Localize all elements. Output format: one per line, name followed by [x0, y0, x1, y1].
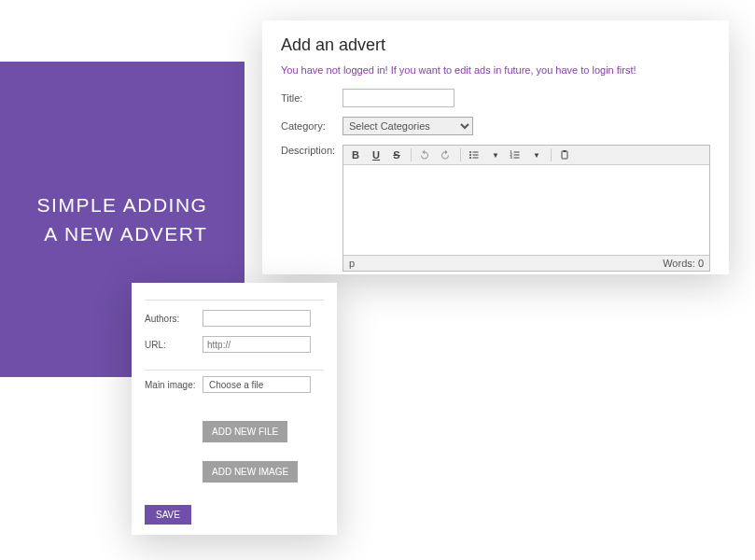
bold-icon[interactable]: B — [349, 149, 362, 161]
svg-rect-12 — [562, 151, 567, 159]
numbered-list-icon[interactable]: 123 — [510, 149, 523, 161]
description-label: Description: — [281, 145, 343, 272]
editor-path: p — [349, 258, 355, 269]
toolbar-separator — [460, 148, 461, 161]
category-row: Category: Select Categories — [281, 117, 710, 135]
add-advert-panel: Add an advert You have not logged in! If… — [262, 21, 729, 274]
redo-icon[interactable] — [440, 149, 453, 161]
mainimage-row: Main image: Choose a file — [145, 376, 324, 393]
add-image-button[interactable]: ADD NEW IMAGE — [203, 461, 298, 483]
undo-icon[interactable] — [419, 149, 432, 161]
svg-point-0 — [469, 151, 471, 153]
url-input[interactable] — [203, 336, 311, 353]
editor-textarea[interactable] — [343, 165, 709, 255]
svg-text:3: 3 — [510, 155, 513, 160]
file-chooser-label: Choose a file — [209, 380, 263, 390]
title-input[interactable] — [343, 89, 454, 107]
save-button[interactable]: SAVE — [145, 505, 191, 525]
login-warning: You have not logged in! If you want to e… — [281, 64, 710, 76]
title-row: Title: — [281, 89, 710, 107]
divider — [145, 370, 324, 371]
strikethrough-icon[interactable]: S — [390, 149, 403, 161]
mainimage-label: Main image: — [145, 380, 203, 390]
category-select[interactable]: Select Categories — [343, 117, 473, 135]
editor-statusbar: p Words: 0 — [343, 255, 709, 271]
url-label: URL: — [145, 340, 203, 350]
divider — [145, 300, 324, 301]
svg-point-2 — [469, 154, 471, 156]
authors-input[interactable] — [203, 310, 311, 327]
description-row: Description: B U S ▼ 123 — [281, 145, 710, 272]
file-chooser[interactable]: Choose a file — [203, 376, 311, 393]
rich-editor: B U S ▼ 123 ▼ — [343, 145, 710, 272]
authors-row: Authors: — [145, 310, 324, 327]
url-row: URL: — [145, 336, 324, 353]
add-file-button[interactable]: ADD NEW FILE — [203, 421, 287, 442]
authors-label: Authors: — [145, 314, 203, 324]
chevron-down-icon[interactable]: ▼ — [489, 151, 502, 160]
paste-icon[interactable] — [559, 149, 572, 161]
svg-rect-7 — [514, 152, 520, 153]
chevron-down-icon[interactable]: ▼ — [530, 151, 543, 160]
editor-toolbar: B U S ▼ 123 ▼ — [343, 146, 709, 165]
editor-wordcount: Words: 0 — [663, 258, 704, 269]
bullet-list-icon[interactable] — [468, 149, 482, 161]
svg-rect-1 — [473, 152, 479, 153]
title-label: Title: — [281, 92, 343, 104]
svg-rect-11 — [514, 158, 520, 159]
svg-rect-5 — [473, 158, 479, 159]
panel-title: Add an advert — [281, 35, 710, 55]
promo-heading: SIMPLE ADDING A NEW ADVERT — [37, 190, 208, 249]
promo-line2: A NEW ADVERT — [44, 223, 207, 245]
svg-rect-13 — [564, 150, 566, 152]
extra-fields-panel: Authors: URL: Main image: Choose a file … — [132, 283, 337, 535]
toolbar-separator — [411, 148, 412, 161]
promo-line1: SIMPLE ADDING — [37, 194, 208, 216]
underline-icon[interactable]: U — [370, 149, 383, 161]
category-label: Category: — [281, 120, 343, 132]
svg-rect-3 — [473, 155, 479, 156]
svg-point-4 — [469, 157, 471, 159]
toolbar-separator — [551, 148, 552, 161]
svg-rect-9 — [514, 155, 520, 156]
